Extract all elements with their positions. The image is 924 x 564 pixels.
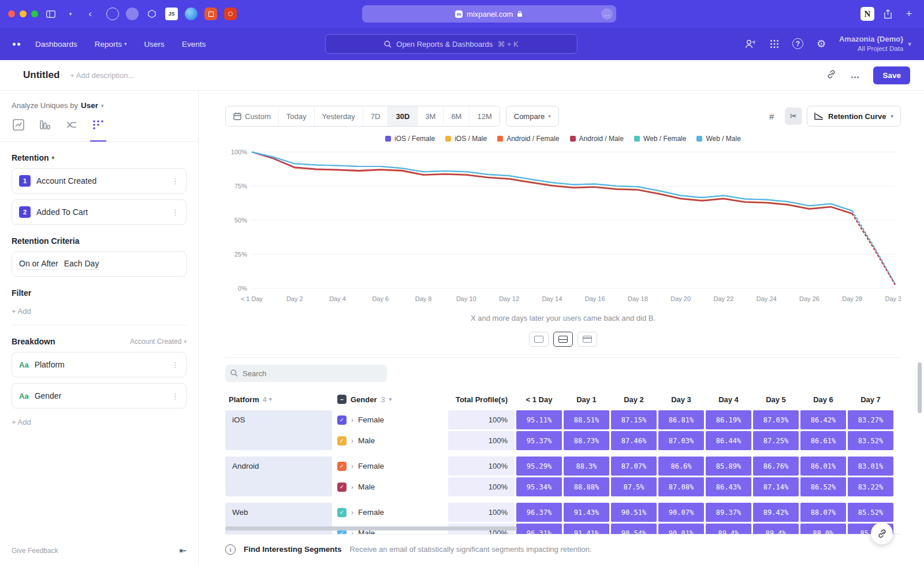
contacts-icon[interactable]: [744, 38, 757, 50]
chart-type-dropdown[interactable]: Retention Curve ▾: [807, 106, 901, 127]
tab-funnels[interactable]: [39, 119, 51, 134]
retention-value-cell[interactable]: 96.31%: [516, 524, 562, 534]
add-filter-button[interactable]: + Add: [12, 307, 187, 325]
retention-value-cell[interactable]: 89.4%: [706, 524, 751, 534]
compare-button[interactable]: Compare ▾: [506, 106, 559, 127]
retention-value-cell[interactable]: 87.46%: [611, 431, 657, 450]
retention-value-cell[interactable]: 89.4%: [753, 524, 799, 534]
retention-value-cell[interactable]: 91.41%: [564, 524, 609, 534]
retention-value-cell[interactable]: 87.08%: [658, 477, 704, 496]
date-range-3m[interactable]: 3M: [417, 106, 443, 126]
retention-value-cell[interactable]: 87.15%: [611, 410, 657, 429]
globe-favicon[interactable]: [185, 8, 198, 20]
row-checkbox[interactable]: ✓: [337, 462, 346, 471]
gender-cell[interactable]: ✓›Female: [334, 503, 446, 522]
legend-item[interactable]: Web / Male: [696, 135, 740, 143]
add-description-button[interactable]: + Add description...: [70, 71, 134, 80]
zoom-window-button[interactable]: [31, 10, 38, 17]
date-range-yesterday[interactable]: Yesterday: [314, 106, 363, 126]
retention-value-cell[interactable]: 86.81%: [658, 410, 704, 429]
circle-favicon[interactable]: [126, 8, 139, 20]
platform-column-header[interactable]: Platform 4 ▾: [225, 390, 332, 409]
address-bar[interactable]: m mixpanel.com …: [362, 5, 616, 23]
retention-value-cell[interactable]: 86.44%: [706, 431, 751, 450]
settings-gear-icon[interactable]: ⚙: [815, 38, 828, 50]
retention-value-cell[interactable]: 83.27%: [848, 410, 893, 429]
nav-item-users[interactable]: Users: [144, 40, 165, 49]
retention-value-cell[interactable]: 90.51%: [611, 503, 657, 522]
retention-value-cell[interactable]: 95.34%: [516, 477, 562, 496]
retention-value-cell[interactable]: 89.37%: [706, 503, 751, 522]
retention-value-cell[interactable]: 83.52%: [848, 431, 893, 450]
date-range-30d[interactable]: 30D: [388, 106, 417, 126]
share-link-fab[interactable]: [871, 522, 893, 544]
retention-step-1[interactable]: 1 Account Created ⋮: [12, 168, 187, 194]
gender-cell[interactable]: ✓›Male: [334, 477, 446, 496]
retention-value-cell[interactable]: 86.19%: [706, 410, 751, 429]
select-all-checkbox[interactable]: –: [337, 395, 346, 404]
retention-value-cell[interactable]: 86.6%: [658, 457, 704, 476]
expand-chevron-icon[interactable]: ›: [351, 437, 353, 445]
red-app-favicon[interactable]: [224, 8, 237, 20]
date-range-custom[interactable]: Custom: [226, 106, 278, 126]
gender-cell[interactable]: ✓›Female: [334, 410, 446, 429]
tab-retention[interactable]: [92, 119, 104, 134]
breakdown-context-dropdown[interactable]: Account Created ▾: [130, 337, 187, 346]
new-tab-icon[interactable]: +: [902, 7, 916, 21]
legend-item[interactable]: Android / Male: [570, 135, 624, 143]
project-switcher[interactable]: Amazonia {Demo} All Project Data ▾: [839, 35, 911, 53]
analyze-entity-dropdown[interactable]: User: [81, 101, 98, 110]
retention-value-cell[interactable]: 88.3%: [564, 457, 609, 476]
table-only-toggle[interactable]: [578, 332, 597, 347]
clock-favicon[interactable]: [106, 8, 119, 20]
retention-value-cell[interactable]: 87.14%: [753, 477, 799, 496]
legend-item[interactable]: iOS / Female: [385, 135, 435, 143]
save-button[interactable]: Save: [873, 66, 910, 84]
minimize-window-button[interactable]: [20, 10, 27, 17]
nav-item-events[interactable]: Events: [182, 40, 206, 49]
breakdown-gender[interactable]: Aa Gender ⋮: [12, 383, 187, 409]
retention-value-cell[interactable]: 86.61%: [800, 431, 846, 450]
date-range-7d[interactable]: 7D: [363, 106, 388, 126]
browser-sidebar-icon[interactable]: [44, 7, 58, 21]
table-search-input[interactable]: [225, 365, 387, 382]
row-checkbox[interactable]: ✓: [337, 508, 346, 517]
retention-value-cell[interactable]: 83.01%: [848, 457, 893, 476]
retention-section-label[interactable]: Retention: [12, 153, 49, 162]
kebab-menu-icon[interactable]: ⋮: [172, 392, 179, 400]
more-options-icon[interactable]: …: [849, 70, 862, 80]
chevron-down-icon[interactable]: ▾: [64, 7, 77, 21]
retention-value-cell[interactable]: 96.37%: [516, 503, 562, 522]
retention-value-cell[interactable]: 86.43%: [706, 477, 751, 496]
apps-grid-icon[interactable]: [768, 38, 781, 50]
address-bar-more-icon[interactable]: …: [601, 8, 613, 20]
retention-value-cell[interactable]: 91.43%: [564, 503, 609, 522]
retention-value-cell[interactable]: 86.42%: [800, 410, 846, 429]
find-segments-title[interactable]: Find Interesting Segments: [244, 545, 342, 554]
retention-value-cell[interactable]: 86.01%: [800, 457, 846, 476]
legend-item[interactable]: Android / Female: [497, 135, 559, 143]
retention-value-cell[interactable]: 83.22%: [848, 477, 893, 496]
row-checkbox[interactable]: ✓: [337, 483, 346, 492]
row-checkbox[interactable]: ✓: [337, 415, 346, 425]
retention-step-2[interactable]: 2 Added To Cart ⋮: [12, 199, 187, 225]
date-range-12m[interactable]: 12M: [469, 106, 499, 126]
expand-chevron-icon[interactable]: ›: [351, 462, 353, 470]
expand-chevron-icon[interactable]: ›: [351, 483, 353, 491]
criteria-each-day-dropdown[interactable]: Each Day: [64, 259, 99, 270]
retention-value-cell[interactable]: 87.07%: [611, 457, 657, 476]
kebab-menu-icon[interactable]: ⋮: [172, 208, 179, 217]
retention-value-cell[interactable]: 87.25%: [753, 431, 799, 450]
retention-value-cell[interactable]: 90.01%: [658, 524, 704, 534]
kebab-menu-icon[interactable]: ⋮: [172, 361, 179, 369]
vertical-scrollbar[interactable]: [918, 362, 922, 413]
collapse-sidebar-icon[interactable]: ⇤: [179, 546, 187, 556]
retention-value-cell[interactable]: 86.52%: [800, 477, 846, 496]
criteria-on-or-after-dropdown[interactable]: On or After: [19, 259, 58, 270]
retention-value-cell[interactable]: 87.03%: [753, 410, 799, 429]
nav-item-dashboards[interactable]: Dashboards: [35, 40, 77, 49]
share-icon[interactable]: [881, 7, 895, 21]
add-breakdown-button[interactable]: + Add: [12, 418, 187, 436]
copy-link-icon[interactable]: [825, 69, 837, 81]
gender-cell[interactable]: ✓›Male: [334, 431, 446, 450]
